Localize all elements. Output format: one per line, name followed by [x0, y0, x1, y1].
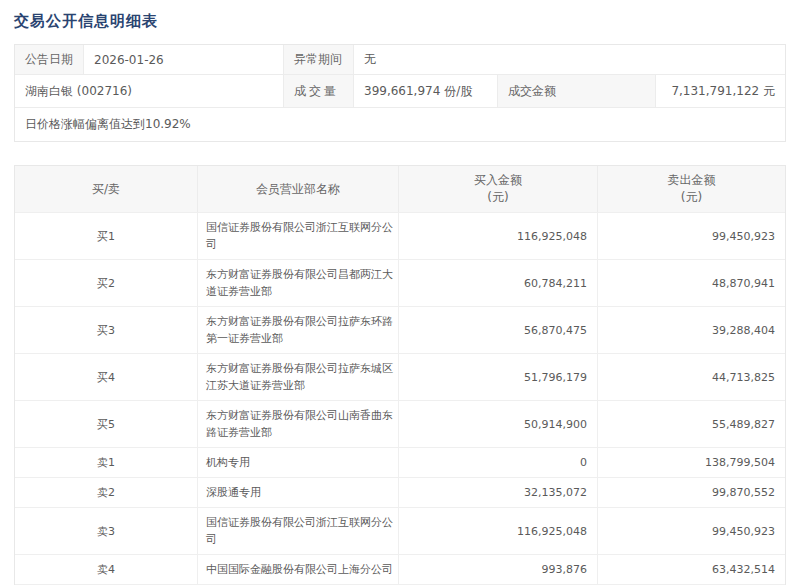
col-header-broker-name: 会员营业部名称 — [198, 166, 399, 212]
buy-amount-cell: 116,925,048 — [399, 213, 598, 259]
broker-name-cell: 东方财富证券股份有限公司昌都两江大道证券营业部 — [198, 260, 399, 306]
buy-amount-cell: 993,876 — [399, 555, 598, 584]
broker-table-body: 买1国信证券股份有限公司浙江互联网分公司116,925,04899,450,92… — [15, 212, 785, 584]
sell-amount-cell: 44,713,825 — [598, 354, 785, 400]
sell-amount-cell: 99,450,923 — [598, 213, 785, 259]
side-cell: 买1 — [15, 213, 198, 259]
sell-amount-cell: 39,288,404 — [598, 307, 785, 353]
stock-name: 湖南白银 (002716) — [15, 75, 284, 107]
side-cell: 买3 — [15, 307, 198, 353]
table-row: 买2东方财富证券股份有限公司昌都两江大道证券营业部60,784,21148,87… — [15, 259, 785, 306]
sell-amount-cell: 55,489,827 — [598, 401, 785, 447]
side-cell: 买4 — [15, 354, 198, 400]
broker-name-cell: 东方财富证券股份有限公司拉萨东环路第一证券营业部 — [198, 307, 399, 353]
summary-row-stock: 湖南白银 (002716) 成交量 399,661,974 份/股 成交金额 7… — [15, 74, 785, 107]
abnormal-period-label: 异常期间 — [284, 45, 354, 74]
table-row: 卖4中国国际金融股份有限公司上海分公司993,87663,432,514 — [15, 554, 785, 584]
sell-amount-cell: 48,870,941 — [598, 260, 785, 306]
broker-table-header: 买/卖 会员营业部名称 买入金额 (元) 卖出金额 (元) — [15, 166, 785, 212]
side-cell: 卖2 — [15, 478, 198, 507]
broker-name-cell: 深股通专用 — [198, 478, 399, 507]
table-row: 买5东方财富证券股份有限公司山南香曲东路证券营业部50,914,90055,48… — [15, 400, 785, 447]
buy-amount-cell: 50,914,900 — [399, 401, 598, 447]
table-row: 买3东方财富证券股份有限公司拉萨东环路第一证券营业部56,870,47539,2… — [15, 306, 785, 353]
abnormal-period-value: 无 — [354, 45, 785, 74]
side-cell: 买5 — [15, 401, 198, 447]
col-header-buy-amount: 买入金额 (元) — [399, 166, 598, 212]
announce-date-label: 公告日期 — [15, 45, 84, 74]
turnover-value: 7,131,791,122 元 — [656, 75, 785, 107]
deviation-note: 日价格涨幅偏离值达到10.92% — [15, 108, 785, 141]
volume-value: 399,661,974 份/股 — [354, 75, 498, 107]
broker-name-cell: 机构专用 — [198, 448, 399, 477]
sell-amount-cell: 63,432,514 — [598, 555, 785, 584]
sell-amount-cell: 99,450,923 — [598, 508, 785, 554]
broker-name-cell: 东方财富证券股份有限公司山南香曲东路证券营业部 — [198, 401, 399, 447]
buy-amount-cell: 56,870,475 — [399, 307, 598, 353]
buy-amount-cell: 60,784,211 — [399, 260, 598, 306]
table-row: 卖2深股通专用32,135,07299,870,552 — [15, 477, 785, 507]
turnover-label: 成交金额 — [498, 75, 656, 107]
table-row: 买1国信证券股份有限公司浙江互联网分公司116,925,04899,450,92… — [15, 212, 785, 259]
summary-row-date: 公告日期 2026-01-26 异常期间 无 — [15, 45, 785, 74]
col-header-side: 买/卖 — [15, 166, 198, 212]
buy-amount-cell: 51,796,179 — [399, 354, 598, 400]
side-cell: 卖1 — [15, 448, 198, 477]
broker-name-cell: 国信证券股份有限公司浙江互联网分公司 — [198, 213, 399, 259]
announce-date-value: 2026-01-26 — [84, 45, 284, 74]
buy-amount-cell: 0 — [399, 448, 598, 477]
broker-name-cell: 中国国际金融股份有限公司上海分公司 — [198, 555, 399, 584]
side-cell: 卖3 — [15, 508, 198, 554]
table-row: 买4东方财富证券股份有限公司拉萨东城区江苏大道证券营业部51,796,17944… — [15, 353, 785, 400]
volume-label: 成交量 — [284, 75, 354, 107]
report-page: 交易公开信息明细表 公告日期 2026-01-26 异常期间 无 湖南白银 (0… — [0, 0, 800, 585]
table-row: 卖1机构专用0138,799,504 — [15, 447, 785, 477]
side-cell: 卖4 — [15, 555, 198, 584]
broker-name-cell: 东方财富证券股份有限公司拉萨东城区江苏大道证券营业部 — [198, 354, 399, 400]
summary-table: 公告日期 2026-01-26 异常期间 无 湖南白银 (002716) 成交量… — [14, 44, 786, 142]
buy-amount-cell: 32,135,072 — [399, 478, 598, 507]
broker-table: 买/卖 会员营业部名称 买入金额 (元) 卖出金额 (元) 买1国信证券股份有限… — [14, 165, 786, 585]
col-header-sell-amount: 卖出金额 (元) — [598, 166, 785, 212]
sell-amount-cell: 99,870,552 — [598, 478, 785, 507]
table-row: 卖3国信证券股份有限公司浙江互联网分公司116,925,04899,450,92… — [15, 507, 785, 554]
side-cell: 买2 — [15, 260, 198, 306]
sell-amount-cell: 138,799,504 — [598, 448, 785, 477]
page-title: 交易公开信息明细表 — [14, 12, 786, 31]
broker-name-cell: 国信证券股份有限公司浙江互联网分公司 — [198, 508, 399, 554]
summary-row-note: 日价格涨幅偏离值达到10.92% — [15, 107, 785, 141]
buy-amount-cell: 116,925,048 — [399, 508, 598, 554]
